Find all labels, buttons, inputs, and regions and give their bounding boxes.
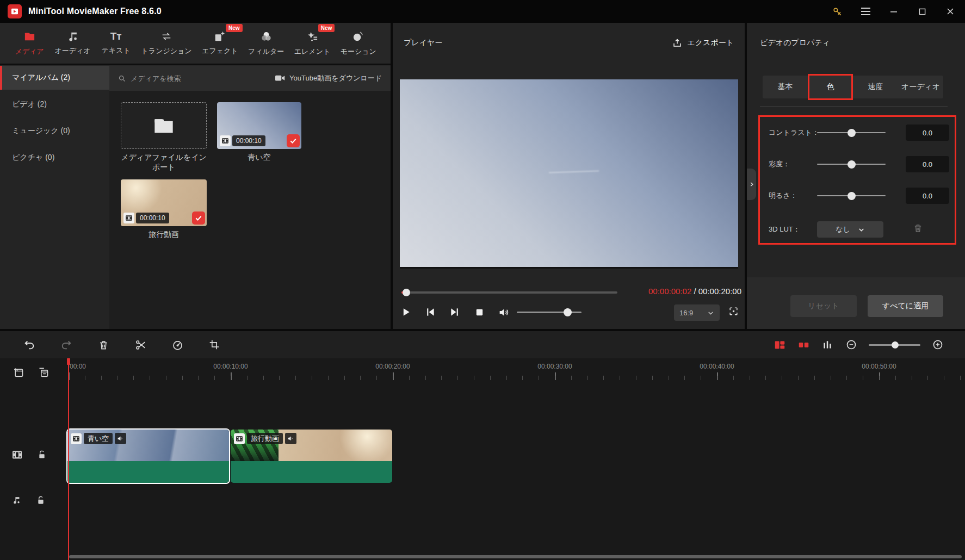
- seek-thumb[interactable]: [403, 289, 410, 296]
- export-button[interactable]: エクスポート: [672, 38, 734, 48]
- saturation-slider[interactable]: [817, 164, 886, 165]
- sidebar-item-label: ビデオ (2): [12, 99, 47, 109]
- tab-element[interactable]: New エレメント: [294, 30, 331, 57]
- youtube-download-button[interactable]: YouTube動画をダウンロード: [275, 73, 382, 83]
- saturation-value[interactable]: 0.0: [906, 156, 949, 172]
- apply-to-all-button[interactable]: すべてに適用: [868, 295, 943, 317]
- ruler-label: 00:00:30:00: [537, 363, 572, 370]
- saturation-row: 彩度： 0.0: [760, 156, 955, 172]
- video-track-header: [12, 450, 46, 459]
- properties-tabs: 基本 色 速度 オーディオ: [763, 76, 943, 98]
- import-media-card[interactable]: [121, 102, 207, 149]
- effect-icon: [214, 30, 226, 42]
- tab-audio[interactable]: オーディオ: [54, 30, 90, 56]
- tab-motion[interactable]: モーション: [341, 30, 376, 57]
- filter-circles-icon: [260, 30, 273, 43]
- sidebar-item-video[interactable]: ビデオ (2): [0, 92, 109, 116]
- duration-badge: 00:00:10: [123, 213, 169, 223]
- video-track-lock-icon[interactable]: [38, 450, 46, 459]
- lut-select[interactable]: なし: [817, 221, 883, 238]
- tab-media[interactable]: メディア: [14, 30, 45, 57]
- player-header: プレイヤー エクスポート: [393, 23, 745, 63]
- redo-button[interactable]: [60, 338, 73, 351]
- speed-button[interactable]: [171, 338, 184, 351]
- element-star-icon: [306, 30, 319, 43]
- video-preview[interactable]: [400, 79, 738, 269]
- media-library: YouTube動画をダウンロード メディアファイルをインポート 00:00:10: [109, 66, 391, 329]
- menu-icon[interactable]: [858, 4, 873, 18]
- brightness-value[interactable]: 0.0: [906, 188, 949, 204]
- timeline-scrollbar[interactable]: [69, 555, 962, 558]
- clip-thumbnails: 旅行動画: [231, 430, 392, 461]
- panel-collapse-handle[interactable]: [747, 169, 756, 200]
- tab-label: 基本: [778, 82, 793, 92]
- sidebar-item-my-album[interactable]: マイアルバム (2): [0, 66, 109, 90]
- contrast-value[interactable]: 0.0: [906, 125, 949, 141]
- manage-tracks-icon[interactable]: [38, 367, 49, 378]
- tab-label: 速度: [868, 82, 883, 92]
- brightness-label: 明るさ：: [769, 191, 797, 201]
- media-item-travel-video[interactable]: 00:00:10: [121, 179, 207, 226]
- next-frame-button[interactable]: [448, 306, 461, 319]
- ruler-minor-ticks[interactable]: [69, 376, 965, 380]
- delete-trash-button[interactable]: [97, 338, 110, 351]
- playhead[interactable]: [68, 358, 69, 560]
- tab-basic[interactable]: 基本: [763, 76, 808, 98]
- audio-track-note-icon: [12, 496, 21, 505]
- sidebar-item-label: ピクチャ (0): [12, 153, 54, 163]
- search-input[interactable]: [131, 74, 228, 83]
- tab-filter[interactable]: フィルター: [248, 30, 284, 57]
- tab-text-label: テキスト: [101, 46, 130, 55]
- sidebar-item-picture[interactable]: ピクチャ (0): [0, 146, 109, 170]
- tab-transition[interactable]: トランジション: [141, 30, 192, 56]
- play-button[interactable]: [399, 306, 412, 319]
- sidebar-item-music[interactable]: ミュージック (0): [0, 119, 109, 143]
- text-icon: Tт: [110, 31, 122, 42]
- saturation-thumb[interactable]: [848, 160, 856, 169]
- thumbnail-view-button[interactable]: [773, 338, 786, 351]
- zoom-out-button[interactable]: [845, 338, 858, 351]
- previous-frame-button[interactable]: [424, 306, 437, 319]
- brightness-thumb[interactable]: [848, 192, 856, 200]
- storyboard-view-button[interactable]: [797, 338, 810, 351]
- split-scissors-button[interactable]: [134, 338, 147, 351]
- tab-audio-props[interactable]: オーディオ: [898, 76, 943, 98]
- aspect-ratio-select[interactable]: 16:9: [674, 304, 720, 321]
- saturation-label: 彩度：: [769, 159, 790, 169]
- tab-color[interactable]: 色: [808, 74, 853, 100]
- undo-button[interactable]: [23, 338, 36, 351]
- lut-delete-trash-icon[interactable]: [913, 223, 923, 233]
- seek-bar[interactable]: [401, 291, 617, 294]
- volume-slider[interactable]: [517, 312, 582, 313]
- volume-thumb[interactable]: [564, 308, 572, 316]
- tab-speed[interactable]: 速度: [853, 76, 898, 98]
- audio-track-lock-icon[interactable]: [36, 495, 45, 505]
- zoom-in-button[interactable]: [931, 338, 944, 351]
- track-height-button[interactable]: [821, 338, 834, 351]
- volume-icon[interactable]: [497, 306, 510, 319]
- timeline-clip-travel-video[interactable]: 旅行動画: [231, 430, 392, 483]
- media-folder-icon: [23, 30, 36, 43]
- fullscreen-icon[interactable]: [728, 306, 739, 316]
- add-clip-to-track-icon[interactable]: [13, 367, 24, 378]
- contrast-slider[interactable]: [817, 132, 886, 133]
- minimize-button[interactable]: [887, 4, 901, 18]
- close-button[interactable]: [943, 4, 957, 18]
- tab-effect[interactable]: New エフェクト: [202, 30, 238, 56]
- media-item-blue-sky[interactable]: 00:00:10: [217, 102, 301, 149]
- stop-button[interactable]: [473, 306, 486, 319]
- reset-button[interactable]: リセット: [790, 295, 857, 317]
- maximize-button[interactable]: [915, 4, 929, 18]
- brightness-slider[interactable]: [817, 195, 886, 196]
- contrast-thumb[interactable]: [848, 129, 856, 137]
- ruler-label: 00:00:10:00: [213, 363, 248, 370]
- clip-thumbnails: 青い空: [67, 430, 229, 461]
- timeline-clip-blue-sky[interactable]: 青い空: [67, 430, 229, 483]
- license-key-icon[interactable]: [830, 4, 844, 18]
- properties-title: ビデオのプロパティ: [760, 38, 830, 48]
- playhead-handle[interactable]: [67, 358, 70, 365]
- crop-button[interactable]: [208, 338, 221, 351]
- tab-text[interactable]: Tт テキスト: [101, 31, 131, 55]
- timeline-zoom-slider[interactable]: [869, 344, 920, 346]
- timeline-zoom-thumb[interactable]: [892, 341, 899, 349]
